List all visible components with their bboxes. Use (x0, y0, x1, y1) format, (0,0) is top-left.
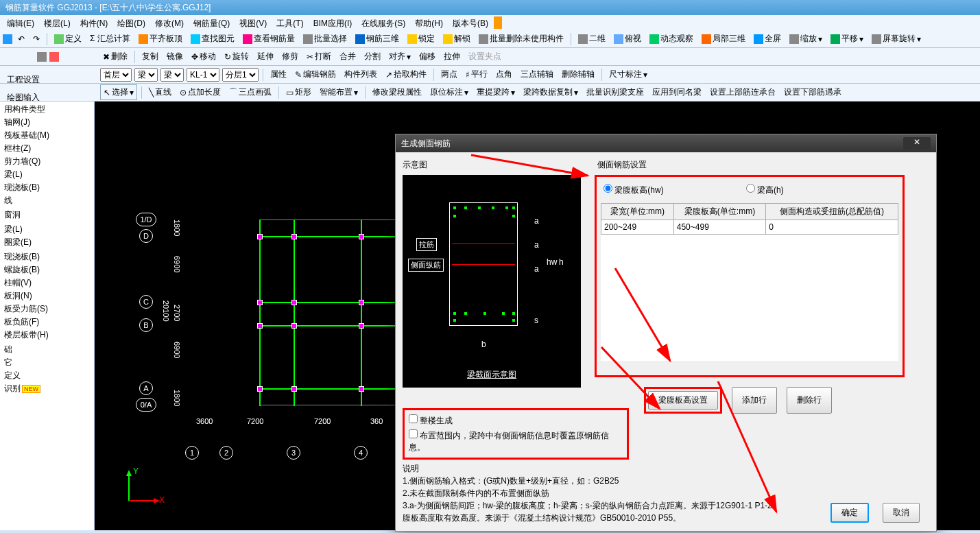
tree-item[interactable]: 识别NEW (3, 382, 91, 395)
line-button[interactable]: ╲ 直线 (146, 85, 174, 99)
tree-item[interactable]: 板受力筋(S) (3, 303, 91, 316)
tree-item[interactable]: 用构件类型 (3, 103, 91, 116)
orbit-button[interactable]: 动态观察 (647, 32, 696, 46)
local-3d-button[interactable]: 局部三维 (699, 32, 748, 46)
apply-same-name-button[interactable]: 应用到同名梁 (649, 85, 704, 99)
find-element-button[interactable]: 查找图元 (188, 32, 237, 46)
ok-button[interactable]: 确定 (830, 503, 869, 523)
menu-item[interactable]: 视图(V) (235, 16, 271, 29)
pick-member-button[interactable]: ↗ 拾取构件 (383, 67, 429, 82)
save-icon[interactable] (3, 34, 12, 44)
merge-button[interactable]: 合并 (337, 49, 359, 64)
tool-icon[interactable] (37, 52, 47, 62)
delete-button[interactable]: ✖ 删除 (100, 49, 130, 64)
point-angle-button[interactable]: 点角 (493, 67, 515, 82)
break-button[interactable]: ✂ 打断 (304, 49, 334, 64)
2d-button[interactable]: 二维 (575, 32, 608, 46)
menu-item[interactable]: 构件(N) (76, 16, 112, 29)
tree-item[interactable]: 柱帽(V) (3, 276, 91, 289)
top-view-button[interactable]: 俯视 (611, 32, 644, 46)
radio-h[interactable]: 梁高(h) (746, 184, 784, 196)
web-height-setting-button[interactable]: 梁腹板高设置 (648, 391, 718, 410)
tree-item[interactable]: 线 (3, 194, 91, 207)
set-bottom-rebar-button[interactable]: 设置下部筋遇承 (781, 85, 844, 99)
whole-building-checkbox[interactable]: 整楼生成 (409, 413, 623, 428)
rebar-table[interactable]: 梁宽(单位:mm) 梁腹板高(单位:mm) 侧面构造或受扭筋(总配筋值) 200… (601, 203, 898, 235)
define-button[interactable]: 定义 (51, 32, 84, 46)
align-button[interactable]: 对齐 ▾ (386, 49, 414, 64)
modify-segment-button[interactable]: 修改梁段属性 (370, 85, 425, 99)
mirror-button[interactable]: 镜像 (164, 49, 186, 64)
zoom-button[interactable]: 缩放 ▾ (787, 32, 825, 46)
batch-select-button[interactable]: 批量选择 (300, 32, 350, 46)
tree-item[interactable]: 螺旋板(B) (3, 263, 91, 276)
dimension-button[interactable]: 尺寸标注 ▾ (606, 67, 650, 82)
properties-button[interactable]: 属性 (267, 67, 289, 82)
menu-item[interactable]: 工具(T) (272, 16, 307, 29)
dialog-title-bar[interactable]: 生成侧面钢筋 ✕ (396, 134, 936, 152)
pan-button[interactable]: 平移 ▾ (828, 32, 866, 46)
tree-item[interactable]: 筏板基础(M) (3, 129, 91, 142)
floor-select[interactable]: 首层 (100, 68, 132, 82)
tree-item[interactable]: 轴网(J) (3, 116, 91, 129)
batch-identify-support-button[interactable]: 批量识别梁支座 (584, 85, 647, 99)
copy-span-data-button[interactable]: 梁跨数据复制 ▾ (521, 85, 581, 99)
tree-item[interactable]: 板洞(N) (3, 289, 91, 303)
smart-layout-button[interactable]: 智能布置 ▾ (317, 85, 361, 99)
tree-item[interactable]: 现浇板(B) (3, 181, 91, 194)
tree-item[interactable]: 楼层板带(H) (3, 329, 91, 342)
edit-rebar-button[interactable]: ✎ 编辑钢筋 (292, 67, 339, 82)
member-select[interactable]: KL-1 (187, 68, 219, 82)
split-button[interactable]: 分割 (361, 49, 383, 64)
close-icon[interactable] (49, 52, 59, 62)
tree-item[interactable]: 它 (3, 356, 91, 369)
sum-button[interactable]: Σ 汇总计算 (87, 32, 133, 46)
overwrite-checkbox[interactable]: 布置范围内，梁跨中有侧面钢筋信息时覆盖原钢筋信息。 (409, 428, 623, 455)
rotate-screen-button[interactable]: 屏幕旋转 ▾ (869, 32, 924, 46)
tree-item[interactable]: 梁(L) (3, 168, 91, 181)
view-rebar-button[interactable]: 查看钢筋量 (240, 32, 298, 46)
menu-item[interactable]: 版本号(B) (449, 16, 492, 29)
two-point-button[interactable]: 两点 (438, 67, 460, 82)
set-top-rebar-button[interactable]: 设置上部筋连承台 (707, 85, 778, 99)
select-button[interactable]: ↖ 选择 ▾ (100, 84, 137, 100)
menu-item[interactable]: BIM应用(I) (309, 16, 357, 29)
align-top-button[interactable]: 平齐板顶 (136, 32, 185, 46)
unlock-button[interactable]: 解锁 (440, 32, 473, 46)
tree-item[interactable]: 现浇板(B) (3, 250, 91, 263)
undo-button[interactable]: ↶ (15, 33, 27, 45)
tree-item[interactable]: 板负筋(F) (3, 316, 91, 329)
three-point-aux-button[interactable]: 三点辅轴 (518, 67, 556, 82)
tree-item[interactable]: 定义 (3, 369, 91, 382)
move-button[interactable]: ✥ 移动 (189, 49, 219, 64)
recalc-span-button[interactable]: 重提梁跨 ▾ (474, 85, 518, 99)
category1-select[interactable]: 梁 (134, 68, 158, 82)
tree-item[interactable]: 框柱(Z) (3, 142, 91, 155)
offset-button[interactable]: 偏移 (416, 49, 438, 64)
extend-button[interactable]: 延伸 (254, 49, 276, 64)
fullscreen-button[interactable]: 全屏 (751, 32, 784, 46)
close-button[interactable]: ✕ (903, 137, 931, 150)
point-length-button[interactable]: ⊙ 点加长度 (177, 85, 224, 99)
menu-item[interactable]: 在线服务(S) (357, 16, 409, 29)
arc-button[interactable]: ⌒ 三点画弧 (226, 85, 274, 99)
rect-button[interactable]: ▭ 矩形 (283, 85, 314, 99)
cancel-button[interactable]: 取消 (883, 503, 920, 523)
stretch-button[interactable]: 拉伸 (441, 49, 463, 64)
menu-item[interactable]: 楼层(L) (40, 16, 75, 29)
parallel-button[interactable]: ♯ 平行 (463, 67, 490, 82)
menu-item[interactable]: 编辑(E) (3, 16, 38, 29)
redo-button[interactable]: ↷ (30, 33, 43, 45)
tree-item[interactable]: 剪力墙(Q) (3, 155, 91, 168)
menu-item[interactable]: 钢筋量(Q) (189, 16, 234, 29)
menu-item[interactable]: 帮助(H) (411, 16, 447, 29)
table-row[interactable]: 200~249 450~499 0 (601, 220, 898, 235)
radio-hw[interactable]: 梁腹板高(hw) (603, 184, 664, 196)
trim-button[interactable]: 修剪 (279, 49, 301, 64)
tree-item[interactable]: 窗洞 (3, 209, 91, 222)
menu-item[interactable]: 修改(M) (151, 16, 188, 29)
copy-button[interactable]: 复制 (139, 49, 161, 64)
category2-select[interactable]: 梁 (160, 68, 184, 82)
batch-delete-button[interactable]: 批量删除未使用构件 (476, 32, 566, 46)
member-list-button[interactable]: 构件列表 (342, 67, 380, 82)
